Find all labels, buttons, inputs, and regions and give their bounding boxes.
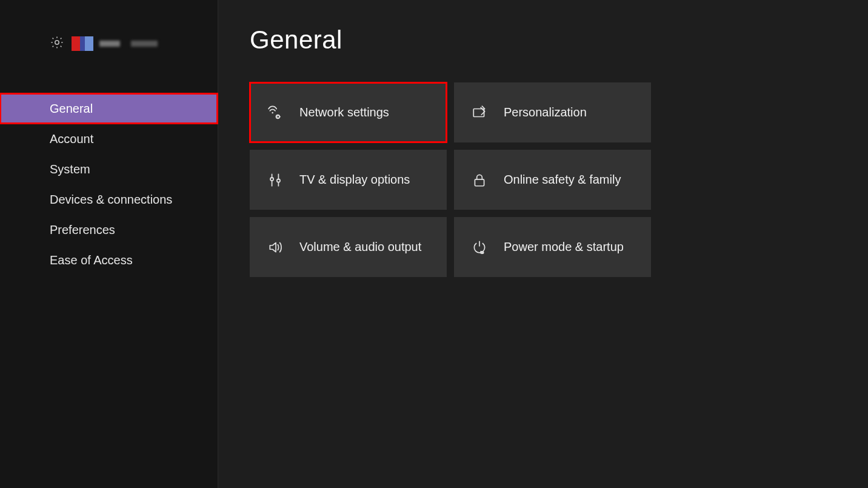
personalization-icon [471, 104, 488, 121]
username-redacted [99, 41, 158, 47]
tile-label: Online safety & family [504, 173, 621, 187]
main-panel: General Network settings P [218, 0, 868, 488]
display-icon [267, 172, 284, 189]
sidebar-item-label: Account [50, 132, 93, 146]
tile-network-settings[interactable]: Network settings [250, 82, 447, 142]
lock-icon [471, 172, 488, 189]
svg-point-5 [277, 179, 280, 182]
tile-personalization[interactable]: Personalization [454, 82, 651, 142]
avatar-image [72, 36, 93, 51]
sidebar-item-label: General [50, 102, 93, 116]
sidebar-item-preferences[interactable]: Preferences [0, 215, 218, 245]
tile-tv-display-options[interactable]: TV & display options [250, 150, 447, 210]
sidebar-nav: General Account System Devices & connect… [0, 93, 218, 275]
sidebar-item-label: Devices & connections [50, 193, 172, 207]
tile-label: Personalization [504, 105, 587, 119]
audio-icon [267, 239, 284, 256]
tile-power-mode-startup[interactable]: Power mode & startup [454, 217, 651, 277]
sidebar-item-system[interactable]: System [0, 154, 218, 184]
sidebar-item-account[interactable]: Account [0, 124, 218, 154]
svg-rect-6 [475, 179, 484, 186]
sidebar-item-label: Ease of Access [50, 253, 133, 267]
sidebar-item-ease-of-access[interactable]: Ease of Access [0, 245, 218, 275]
svg-point-0 [55, 41, 59, 44]
sidebar-item-general[interactable]: General [0, 93, 218, 124]
power-icon [471, 239, 488, 256]
tile-label: Volume & audio output [299, 240, 421, 254]
tiles-grid: Network settings Personalization [250, 82, 868, 277]
sidebar-item-devices-connections[interactable]: Devices & connections [0, 184, 218, 215]
tile-online-safety-family[interactable]: Online safety & family [454, 150, 651, 210]
sidebar-item-label: Preferences [50, 223, 115, 237]
sidebar-item-label: System [50, 162, 90, 176]
profile-row[interactable] [0, 35, 218, 52]
tile-label: TV & display options [299, 173, 410, 187]
tile-label: Network settings [299, 105, 389, 119]
svg-point-1 [272, 112, 273, 113]
svg-point-4 [270, 177, 273, 180]
page-title: General [250, 25, 868, 55]
tile-label: Power mode & startup [504, 240, 624, 254]
network-icon [267, 104, 284, 121]
tile-volume-audio-output[interactable]: Volume & audio output [250, 217, 447, 277]
gear-icon [50, 35, 64, 52]
avatar [72, 36, 158, 51]
svg-rect-3 [473, 109, 484, 116]
settings-sidebar: General Account System Devices & connect… [0, 0, 218, 488]
